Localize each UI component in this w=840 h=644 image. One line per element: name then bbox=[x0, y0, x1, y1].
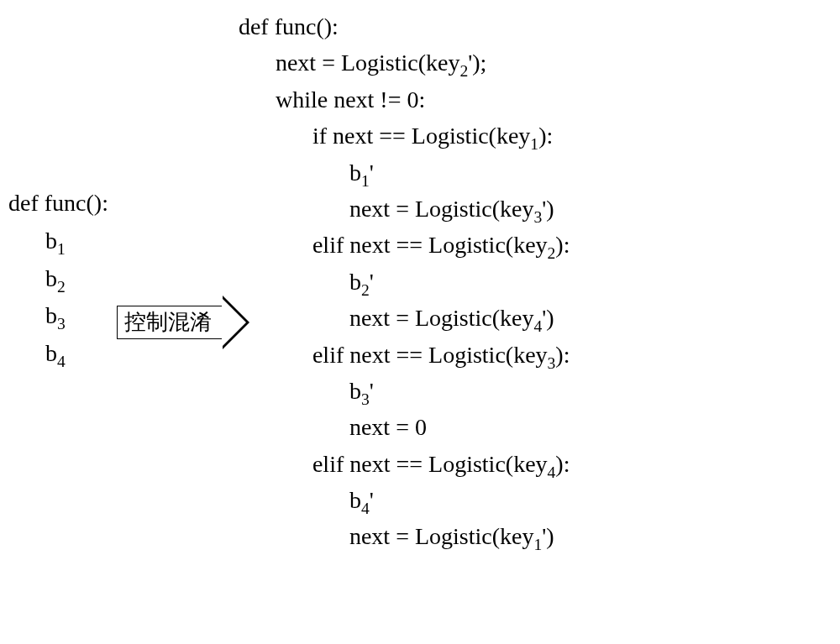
sub: 1 bbox=[533, 536, 542, 553]
b-letter: b bbox=[45, 228, 57, 254]
diagram: def func(): b1 b2 b3 b4 控制混淆 def func():… bbox=[0, 0, 840, 644]
sub: 3 bbox=[361, 390, 370, 408]
text: next = Logistic(key bbox=[349, 523, 534, 549]
arrow-label: 控制混淆 bbox=[117, 306, 223, 339]
text: b bbox=[349, 269, 361, 295]
next4-line: next = Logistic(key1') bbox=[239, 518, 840, 554]
text: ') bbox=[542, 523, 554, 549]
next3-line: next = 0 bbox=[239, 409, 840, 445]
text: '); bbox=[468, 50, 486, 76]
text: ') bbox=[542, 305, 554, 331]
elif2-line: elif next == Logistic(key2): bbox=[239, 227, 840, 263]
left-b3: b3 bbox=[8, 297, 108, 335]
text: ): bbox=[555, 232, 570, 258]
b2-prime: b2' bbox=[239, 264, 840, 300]
b4-sub: 4 bbox=[57, 353, 66, 370]
text: ' bbox=[370, 269, 374, 295]
b1-prime: b1' bbox=[239, 154, 840, 191]
left-b4: b4 bbox=[8, 335, 108, 373]
b-letter: b bbox=[45, 265, 57, 291]
b-letter: b bbox=[45, 302, 57, 328]
text: b bbox=[349, 160, 361, 186]
text: ): bbox=[555, 451, 570, 477]
if1-line: if next == Logistic(key1): bbox=[239, 118, 840, 154]
while-line: while next != 0: bbox=[239, 81, 840, 118]
text: next = Logistic(key bbox=[276, 50, 460, 76]
text: ): bbox=[538, 123, 553, 149]
sub: 1 bbox=[530, 135, 538, 153]
transform-arrow-icon: 控制混淆 bbox=[117, 306, 223, 339]
next2-line: next = Logistic(key4') bbox=[239, 300, 840, 336]
next1-line: next = Logistic(key3') bbox=[239, 191, 840, 227]
text: ') bbox=[542, 196, 554, 222]
text: ' bbox=[370, 378, 374, 404]
left-b2: b2 bbox=[8, 260, 108, 298]
sub: 2 bbox=[548, 244, 556, 262]
sub: 3 bbox=[548, 353, 556, 371]
text: next = Logistic(key bbox=[349, 196, 534, 222]
text: elif next == Logistic(key bbox=[312, 451, 548, 477]
b3-sub: 3 bbox=[57, 315, 66, 332]
elif4-line: elif next == Logistic(key4): bbox=[239, 446, 840, 482]
text: if next == Logistic(key bbox=[312, 123, 530, 149]
sub: 3 bbox=[533, 208, 542, 226]
text: ' bbox=[370, 160, 374, 186]
source-code-block: def func(): b1 b2 b3 b4 bbox=[0, 0, 108, 373]
text: ' bbox=[370, 487, 374, 513]
b3-prime: b3' bbox=[239, 373, 840, 409]
sub: 2 bbox=[361, 280, 370, 298]
text: next = Logistic(key bbox=[349, 305, 534, 331]
b2-sub: 2 bbox=[57, 277, 66, 295]
text: elif next == Logistic(key bbox=[312, 232, 548, 258]
next-init-line: next = Logistic(key2'); bbox=[239, 45, 840, 81]
left-b1: b1 bbox=[8, 223, 108, 260]
sub: 4 bbox=[548, 463, 556, 480]
sub: 4 bbox=[361, 500, 370, 517]
arrow-column: 控制混淆 bbox=[108, 0, 232, 644]
text: elif next == Logistic(key bbox=[312, 342, 548, 368]
left-def-line: def func(): bbox=[8, 185, 108, 223]
text: b bbox=[349, 378, 361, 404]
text: b bbox=[349, 487, 361, 513]
sub: 4 bbox=[533, 317, 542, 335]
b1-sub: 1 bbox=[57, 239, 66, 257]
b-letter: b bbox=[45, 340, 57, 366]
sub: 2 bbox=[459, 62, 468, 80]
obfuscated-code-block: def func(): next = Logistic(key2'); whil… bbox=[232, 0, 840, 555]
sub: 1 bbox=[361, 171, 370, 189]
text: ): bbox=[555, 342, 570, 368]
b4-prime: b4' bbox=[239, 482, 840, 518]
elif3-line: elif next == Logistic(key3): bbox=[239, 337, 840, 373]
right-def-line: def func(): bbox=[239, 8, 840, 45]
